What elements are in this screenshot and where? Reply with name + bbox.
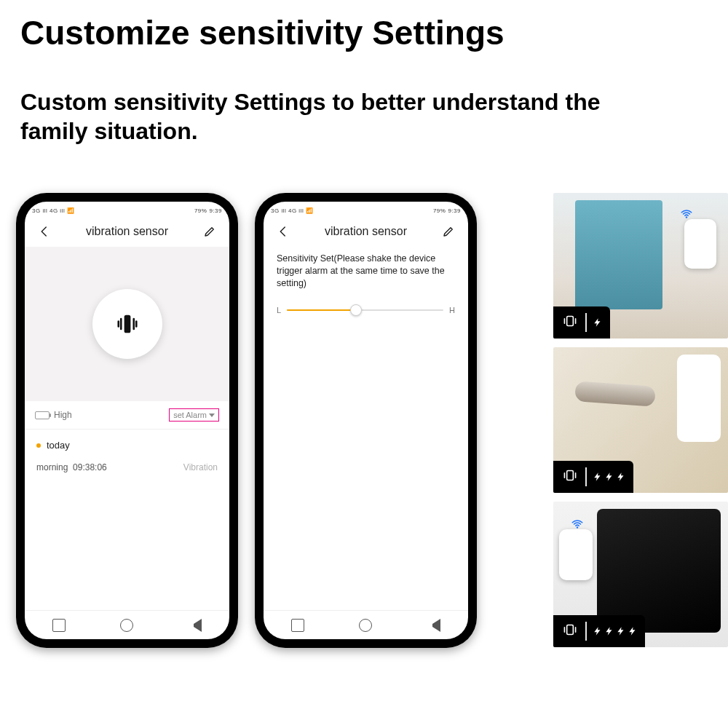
caret-down-icon: [209, 414, 215, 417]
slider-thumb[interactable]: [350, 304, 362, 316]
square-icon: [52, 619, 66, 632]
log-day-label: today: [47, 440, 70, 451]
svg-rect-5: [567, 625, 574, 635]
status-battery-pct: 79%: [433, 207, 446, 214]
svg-rect-3: [567, 471, 574, 480]
vibration-icon: [112, 309, 143, 339]
separator: [585, 467, 587, 486]
square-icon: [291, 619, 304, 632]
badge-bar: [553, 306, 610, 339]
sensitivity-description: Sensitivity Set(Please shake the device …: [264, 250, 468, 301]
arrow-left-icon: [277, 225, 290, 238]
status-left-text: 3G ill 4G ill 📶: [271, 207, 313, 214]
sensor-preview-area: [25, 247, 229, 401]
status-bar: 3G ill 4G ill 📶 79% 9:39: [264, 202, 468, 216]
app-header: vibration sensor: [264, 216, 468, 250]
battery-label: High: [54, 410, 72, 420]
svg-rect-2: [567, 317, 574, 326]
status-battery-pct: 79%: [194, 207, 207, 214]
page-heading: Customize sensitivity Settings: [20, 13, 505, 52]
status-left-text: 3G ill 4G ill 📶: [32, 207, 74, 214]
pencil-icon: [203, 225, 216, 238]
arrow-left-icon: [38, 225, 51, 238]
sensitivity-slider-row: L H: [264, 301, 468, 319]
wifi-icon: [680, 207, 693, 221]
phone-mockup-2: 3G ill 4G ill 📶 79% 9:39 vibration senso…: [255, 193, 477, 648]
android-nav-bar: [25, 610, 229, 639]
edit-button[interactable]: [202, 223, 218, 240]
phone-mockup-1: 3G ill 4G ill 📶 79% 9:39 vibration senso…: [16, 193, 238, 648]
log-entry[interactable]: morning 09:38:06 Vibration: [36, 462, 218, 472]
set-alarm-button[interactable]: set Alarm: [169, 408, 219, 422]
log-prefix: morning: [36, 462, 68, 472]
nav-recent-button[interactable]: [52, 619, 66, 632]
thumbnail-safe: [553, 502, 728, 647]
circle-icon: [359, 619, 372, 632]
status-time: 9:39: [209, 207, 222, 214]
log-time: 09:38:06: [73, 462, 107, 472]
vibration-outline-icon: [561, 312, 579, 333]
pencil-icon: [442, 225, 455, 238]
example-thumbnails: [553, 193, 728, 647]
triangle-left-icon: [427, 619, 440, 632]
event-log: today morning 09:38:06 Vibration: [25, 430, 229, 483]
badge-bar: [553, 461, 633, 493]
battery-row: High set Alarm: [25, 401, 229, 430]
edit-button[interactable]: [440, 223, 456, 240]
slider-fill: [287, 309, 356, 311]
svg-point-4: [577, 526, 578, 528]
back-button[interactable]: [275, 223, 291, 240]
svg-point-1: [686, 216, 687, 218]
nav-back-button[interactable]: [427, 619, 440, 632]
slider-low-label: L: [277, 306, 281, 314]
nav-home-button[interactable]: [359, 619, 372, 632]
thumbnail-window: [553, 193, 728, 339]
page-subtext: Custom sensitivity Settings to better un…: [20, 87, 603, 146]
triangle-left-icon: [189, 619, 202, 632]
set-alarm-label: set Alarm: [173, 411, 207, 419]
svg-rect-0: [124, 315, 130, 333]
app-title: vibration sensor: [325, 225, 407, 238]
status-time: 9:39: [448, 207, 461, 214]
nav-recent-button[interactable]: [291, 619, 304, 632]
thumbnail-door: [553, 347, 728, 493]
circle-icon: [120, 619, 133, 632]
bolt-group: [593, 623, 638, 639]
wifi-icon: [571, 518, 584, 531]
nav-home-button[interactable]: [120, 619, 133, 632]
android-nav-bar: [264, 610, 468, 639]
app-header: vibration sensor: [25, 216, 229, 250]
vibration-outline-icon: [561, 466, 579, 488]
bolt-group: [593, 469, 626, 485]
app-title: vibration sensor: [86, 225, 168, 238]
badge-bar: [553, 615, 645, 647]
separator: [585, 313, 587, 332]
slider-high-label: H: [449, 306, 455, 314]
battery-icon: [35, 411, 50, 419]
sensitivity-slider[interactable]: [287, 309, 443, 312]
separator: [585, 622, 587, 641]
sensor-circle[interactable]: [92, 289, 162, 359]
status-bar: 3G ill 4G ill 📶 79% 9:39: [25, 202, 229, 216]
bolt-group: [593, 314, 603, 331]
log-dot-icon: [36, 443, 41, 448]
back-button[interactable]: [36, 223, 52, 240]
log-event-label: Vibration: [183, 462, 218, 472]
vibration-outline-icon: [561, 620, 579, 642]
nav-back-button[interactable]: [189, 619, 202, 632]
